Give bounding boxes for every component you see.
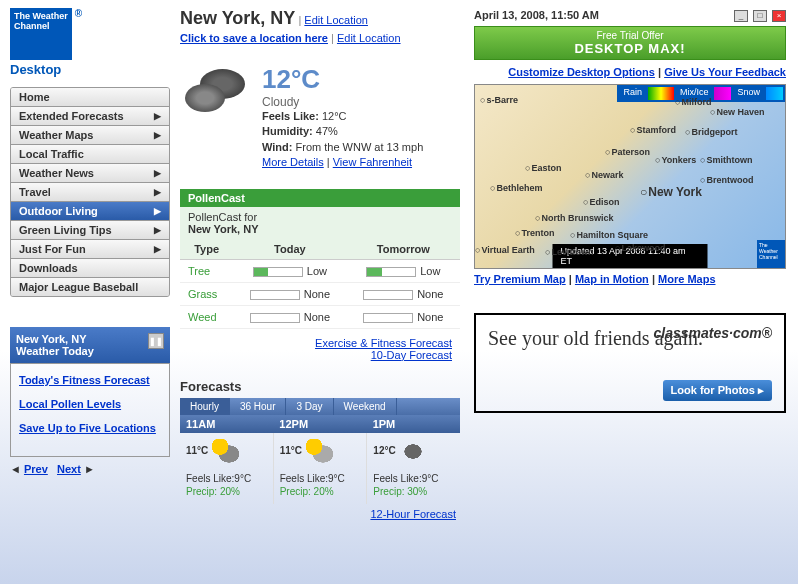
more-details-link[interactable]: More Details xyxy=(262,156,324,168)
side-link[interactable]: Local Pollen Levels xyxy=(19,398,121,410)
forecast-tab-3-day[interactable]: 3 Day xyxy=(286,398,333,415)
weather-today-panel-header: New York, NYWeather Today ❚❚ xyxy=(10,327,170,363)
classmates-ad[interactable]: See your old friends again. classmates·c… xyxy=(474,313,786,413)
trial-banner[interactable]: Free Trial OfferDESKTOP MAX! xyxy=(474,26,786,60)
pager: ◄ Prev Next ► xyxy=(10,463,170,475)
twelve-hour-forecast-link[interactable]: 12-Hour Forecast xyxy=(370,508,456,520)
map-city: New York xyxy=(640,185,702,199)
pause-button[interactable]: ❚❚ xyxy=(148,333,164,349)
map-city: Edison xyxy=(583,197,619,207)
map-motion-link[interactable]: Map in Motion xyxy=(575,273,649,285)
side-links: Today's Fitness ForecastLocal Pollen Lev… xyxy=(10,363,170,457)
prev-link[interactable]: Prev xyxy=(24,463,48,475)
forecast-cell: 11°C Feels Like:9°CPrecip: 20% xyxy=(180,433,274,504)
minimize-button[interactable]: _ xyxy=(734,10,748,22)
nav-local-traffic[interactable]: Local Traffic xyxy=(11,145,169,164)
view-fahrenheit-link[interactable]: View Fahrenheit xyxy=(333,156,412,168)
pollen-panel: PollenCast PollenCast forNew York, NY Ty… xyxy=(180,189,460,369)
nav-home[interactable]: Home xyxy=(11,88,169,107)
map-city: Stamford xyxy=(630,125,676,135)
forecast-cell: 12°C Feels Like:9°CPrecip: 30% xyxy=(367,433,460,504)
nav-major-league-baseball[interactable]: Major League Baseball xyxy=(11,278,169,296)
map-city: Easton xyxy=(525,163,561,173)
nav-travel[interactable]: Travel▶ xyxy=(11,183,169,202)
nav-green-living-tips[interactable]: Green Living Tips▶ xyxy=(11,221,169,240)
map-city: Newark xyxy=(585,170,623,180)
map-city: Paterson xyxy=(605,147,650,157)
side-link[interactable]: Today's Fitness Forecast xyxy=(19,374,150,386)
save-location-link[interactable]: Click to save a location here xyxy=(180,32,328,44)
current-condition: Cloudy xyxy=(262,95,423,109)
map-city: New Haven xyxy=(710,107,764,117)
nav-just-for-fun[interactable]: Just For Fun▶ xyxy=(11,240,169,259)
edit-location-link-2[interactable]: Edit Location xyxy=(337,32,401,44)
maximize-button[interactable]: □ xyxy=(753,10,767,22)
map-city: Smithtown xyxy=(700,155,752,165)
nav-extended-forecasts[interactable]: Extended Forecasts▶ xyxy=(11,107,169,126)
premium-map-link[interactable]: Try Premium Map xyxy=(474,273,566,285)
weather-map[interactable]: Rain Mix/Ice Snow Updated 13 Apr 2008 11… xyxy=(474,84,786,269)
ten-day-forecast-link[interactable]: 10-Day Forecast xyxy=(371,349,452,361)
map-city: Bethlehem xyxy=(490,183,542,193)
logo: The Weather Channel Desktop xyxy=(10,8,170,77)
pollen-table: TypeTodayTomorrowTreeLowLowGrassNoneNone… xyxy=(180,239,460,329)
nav-weather-news[interactable]: Weather News▶ xyxy=(11,164,169,183)
nav-outdoor-living[interactable]: Outdoor Living▶ xyxy=(11,202,169,221)
forecast-panel: Forecasts Hourly36 Hour3 DayWeekend 11AM… xyxy=(180,379,460,524)
edit-location-link[interactable]: Edit Location xyxy=(304,14,368,26)
main-nav: HomeExtended Forecasts▶Weather Maps▶Loca… xyxy=(10,87,170,297)
map-city: Virtual Earth xyxy=(475,245,535,255)
feedback-link[interactable]: Give Us Your Feedback xyxy=(664,66,786,78)
map-city: Brentwood xyxy=(700,175,753,185)
current-temp: 12°C xyxy=(262,64,423,95)
forecast-cell: 11°C Feels Like:9°CPrecip: 20% xyxy=(274,433,368,504)
forecast-tab-hourly[interactable]: Hourly xyxy=(180,398,230,415)
map-city: North Brunswick xyxy=(535,213,613,223)
map-city: s-Barre xyxy=(480,95,518,105)
nav-downloads[interactable]: Downloads xyxy=(11,259,169,278)
map-twc-logo: The Weather Channel xyxy=(757,240,785,268)
map-city: Milford xyxy=(675,97,711,107)
customize-options-link[interactable]: Customize Desktop Options xyxy=(508,66,655,78)
map-city: Hamilton Square xyxy=(570,230,648,240)
nav-weather-maps[interactable]: Weather Maps▶ xyxy=(11,126,169,145)
exercise-forecast-link[interactable]: Exercise & Fitness Forecast xyxy=(315,337,452,349)
location-name: New York, NY xyxy=(180,8,295,28)
close-button[interactable]: × xyxy=(772,10,786,22)
map-city: Trenton xyxy=(515,228,554,238)
look-for-photos-button[interactable]: Look for Photos ▸ xyxy=(663,380,772,401)
datetime: April 13, 2008, 11:50 AM xyxy=(474,9,599,21)
next-link[interactable]: Next xyxy=(57,463,81,475)
forecast-tab-weekend[interactable]: Weekend xyxy=(334,398,397,415)
map-city: Bridgeport xyxy=(685,127,737,137)
more-maps-link[interactable]: More Maps xyxy=(658,273,715,285)
map-city: Yonkers xyxy=(655,155,696,165)
map-city: Levittown xyxy=(545,247,593,257)
current-condition-icon xyxy=(180,64,250,119)
forecast-tab-36-hour[interactable]: 36 Hour xyxy=(230,398,287,415)
side-link[interactable]: Save Up to Five Locations xyxy=(19,422,156,434)
map-city: Lakewood xyxy=(615,243,665,253)
current-details: Feels Like: 12°C Humidity: 47% Wind: Fro… xyxy=(262,109,423,171)
